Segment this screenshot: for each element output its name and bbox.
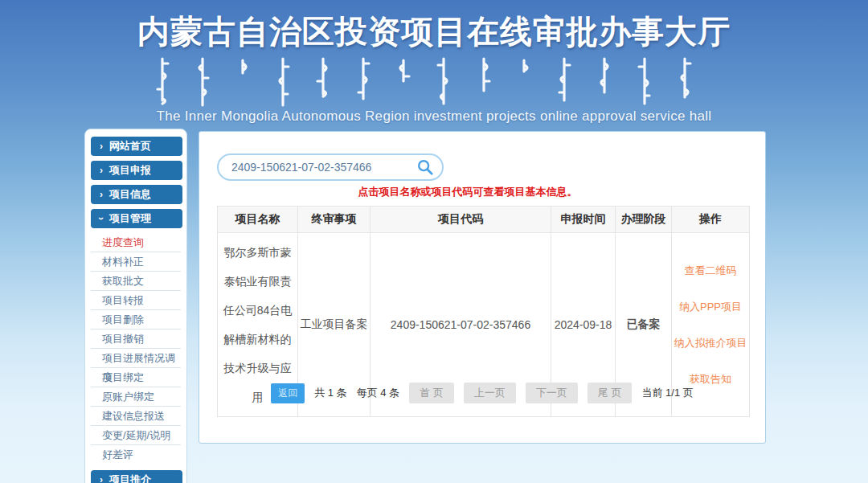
page: 内蒙古自治区投资项目在线审批办事大厅 The Inner Mongolia Au… [0,0,868,483]
search-input[interactable] [217,153,444,181]
chevron-down-icon: › [96,217,106,220]
mongolian-script [0,57,868,107]
submenu-item-get-approval-doc[interactable]: 获取批文 [91,272,181,291]
col-header-declare-date: 申报时间 [551,207,616,233]
submenu-item-progress-query[interactable]: 进度查询 [91,233,181,252]
project-manage-submenu: 进度查询 材料补正 获取批文 项目转报 项目删除 项目撤销 项目进展情况调度 项… [91,233,181,465]
current-page-text: 当前 1/1 页 [641,386,693,400]
last-page-button[interactable]: 尾 页 [588,383,633,403]
action-add-promotion-project[interactable]: 纳入拟推介项目 [672,325,749,361]
prev-page-button[interactable]: 上一页 [464,383,516,403]
action-add-ppp-project[interactable]: 纳入PPP项目 [672,289,749,325]
main-panel: 点击项目名称或项目代码可查看项目基本信息。 项目名称 终审事项 项目代码 申报时… [199,131,766,444]
col-header-project-code: 项目代码 [371,207,551,233]
chevron-right-icon: › [100,475,103,483]
submenu-item-material-correction[interactable]: 材料补正 [91,252,181,272]
sidebar-item-project-declare[interactable]: › 项目申报 [91,161,182,180]
sidebar-item-label: 项目信息 [109,187,151,202]
site-header: 内蒙古自治区投资项目在线审批办事大厅 The Inner Mongolia Au… [0,0,868,125]
col-header-project-name: 项目名称 [218,207,298,233]
sidebar: › 网站首页 › 项目申报 › 项目信息 › 项目管理 进度查询 材料补正 获取… [84,129,187,483]
submenu-item-original-account-bind[interactable]: 原账户绑定 [91,387,181,407]
submenu-item-change-delay-explain[interactable]: 变更/延期/说明 [91,426,181,445]
sidebar-item-project-promotion[interactable]: › 项目推介 [91,470,182,483]
back-button[interactable]: 返回 [271,383,305,403]
submenu-item-progress-dispatch[interactable]: 项目进展情况调度 [91,349,181,368]
chevron-right-icon: › [100,190,103,199]
table-hint-text: 点击项目名称或项目代码可查看项目基本信息。 [199,185,765,199]
chevron-right-icon: › [100,166,103,175]
site-title: 内蒙古自治区投资项目在线审批办事大厅 [0,10,868,54]
submenu-item-project-revoke[interactable]: 项目撤销 [91,330,181,349]
pagination: 返回 共 1 条 每页 4 条 首 页 上一页 下一页 尾 页 当前 1/1 页 [199,383,765,403]
col-header-actions: 操作 [672,207,750,233]
sidebar-item-project-info[interactable]: › 项目信息 [91,185,182,204]
submenu-item-project-bind[interactable]: 项目绑定 [91,368,181,387]
chevron-right-icon: › [100,141,103,151]
per-page-text: 每页 4 条 [357,386,399,400]
submenu-item-rating[interactable]: 好差评 [91,445,181,465]
sidebar-item-label: 项目推介 [109,473,151,483]
sidebar-item-label: 项目申报 [109,163,151,178]
col-header-stage: 办理阶段 [616,207,672,233]
search-bar [217,153,444,181]
site-subtitle: The Inner Mongolia Autonomous Region inv… [0,108,868,125]
col-header-final-review: 终审事项 [298,207,371,233]
next-page-button[interactable]: 下一页 [526,383,578,403]
submenu-item-construction-info-report[interactable]: 建设信息报送 [91,407,181,426]
sidebar-item-label: 项目管理 [109,211,151,226]
action-view-qrcode[interactable]: 查看二维码 [672,252,749,289]
total-count-text: 共 1 条 [314,386,346,400]
sidebar-item-project-manage[interactable]: › 项目管理 [91,209,182,228]
first-page-button[interactable]: 首 页 [409,383,454,403]
sidebar-item-label: 网站首页 [109,139,151,153]
submenu-item-project-delete[interactable]: 项目删除 [91,310,181,330]
sidebar-item-home[interactable]: › 网站首页 [91,137,182,156]
search-icon[interactable] [416,158,434,176]
table-header-row: 项目名称 终审事项 项目代码 申报时间 办理阶段 操作 [218,207,750,233]
submenu-item-project-transfer[interactable]: 项目转报 [91,291,181,310]
